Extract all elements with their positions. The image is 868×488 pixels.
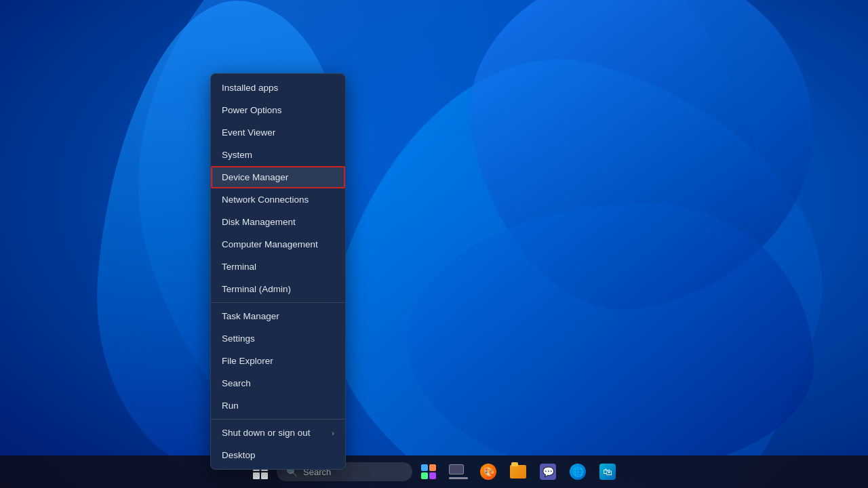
menu-item-disk-management[interactable]: Disk Management: [211, 211, 345, 233]
store-icon: 🛍: [599, 464, 616, 480]
file-explorer-button[interactable]: [505, 458, 532, 485]
menu-divider: [211, 419, 345, 420]
menu-item-system[interactable]: System: [211, 144, 345, 166]
menu-divider: [211, 302, 345, 303]
menu-item-shut-down-sign-out[interactable]: Shut down or sign out›: [211, 422, 345, 444]
widgets-icon: [421, 464, 436, 479]
menu-item-label-power-options: Power Options: [222, 105, 282, 115]
menu-item-run[interactable]: Run: [211, 394, 345, 417]
menu-item-label-system: System: [222, 150, 252, 160]
submenu-chevron-icon: ›: [332, 429, 334, 437]
taskbar: 🔍 Search 🎨: [0, 455, 868, 488]
menu-item-label-terminal: Terminal: [222, 262, 256, 272]
menu-item-label-device-manager: Device Manager: [222, 172, 288, 182]
menu-item-terminal-admin[interactable]: Terminal (Admin): [211, 278, 345, 300]
menu-item-label-computer-management: Computer Management: [222, 239, 318, 249]
menu-item-power-options[interactable]: Power Options: [211, 99, 345, 121]
menu-item-file-explorer[interactable]: File Explorer: [211, 350, 345, 372]
menu-item-settings[interactable]: Settings: [211, 327, 345, 350]
photo-button[interactable]: 🎨: [475, 458, 502, 485]
menu-item-label-installed-apps: Installed apps: [222, 83, 278, 93]
desktop-background: [0, 0, 868, 488]
context-menu: Installed appsPower OptionsEvent ViewerS…: [210, 73, 346, 470]
edge-button[interactable]: 🌐: [564, 458, 591, 485]
menu-item-terminal[interactable]: Terminal: [211, 256, 345, 278]
menu-item-network-connections[interactable]: Network Connections: [211, 188, 345, 211]
teams-button[interactable]: 💬: [534, 458, 561, 485]
menu-item-label-task-manager: Task Manager: [222, 311, 279, 321]
system-info-icon: [449, 464, 468, 479]
menu-item-label-disk-management: Disk Management: [222, 217, 296, 227]
menu-item-task-manager[interactable]: Task Manager: [211, 305, 345, 327]
widgets-button[interactable]: [415, 458, 442, 485]
menu-item-label-shut-down-sign-out: Shut down or sign out: [222, 428, 311, 438]
file-explorer-icon: [510, 465, 526, 479]
menu-item-label-desktop: Desktop: [222, 450, 256, 460]
menu-item-computer-management[interactable]: Computer Management: [211, 233, 345, 256]
store-button[interactable]: 🛍: [594, 458, 621, 485]
teams-icon: 💬: [540, 464, 556, 480]
menu-item-device-manager[interactable]: Device Manager: [211, 166, 345, 188]
menu-item-label-network-connections: Network Connections: [222, 195, 309, 205]
menu-item-label-run: Run: [222, 401, 239, 411]
menu-item-label-terminal-admin: Terminal (Admin): [222, 284, 291, 294]
menu-item-label-event-viewer: Event Viewer: [222, 127, 275, 138]
menu-item-label-settings: Settings: [222, 333, 255, 344]
edge-icon: 🌐: [570, 464, 586, 480]
menu-item-search[interactable]: Search: [211, 372, 345, 394]
system-info-button[interactable]: [445, 458, 472, 485]
menu-item-label-file-explorer: File Explorer: [222, 356, 273, 366]
menu-item-label-search: Search: [222, 378, 251, 388]
menu-item-event-viewer[interactable]: Event Viewer: [211, 121, 345, 144]
menu-item-installed-apps[interactable]: Installed apps: [211, 77, 345, 99]
menu-item-desktop[interactable]: Desktop: [211, 444, 345, 466]
photo-icon: 🎨: [480, 464, 496, 480]
